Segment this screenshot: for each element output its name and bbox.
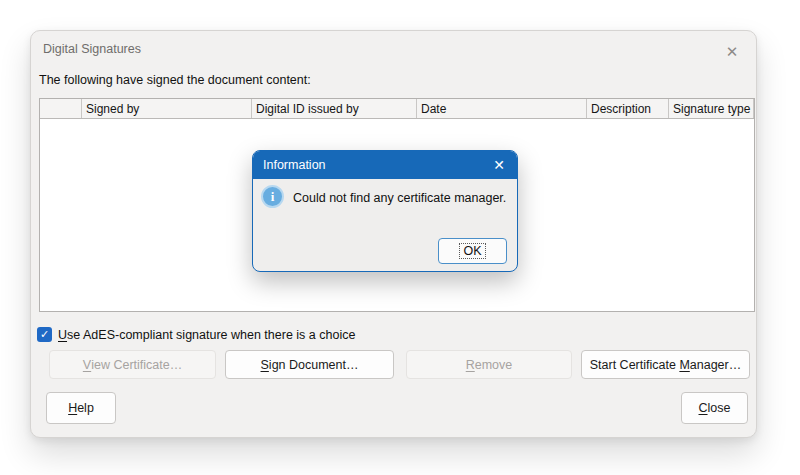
label-post: lose <box>708 401 731 415</box>
column-header[interactable]: Digital ID issued by <box>252 99 417 118</box>
sign-document-button[interactable]: Sign Document… <box>225 350 394 379</box>
label-mnemonic: U <box>58 328 67 342</box>
label-mnemonic: R <box>466 358 475 372</box>
close-button[interactable]: Close <box>681 392 748 424</box>
label-post: elp <box>77 401 94 415</box>
start-certificate-manager-button[interactable]: Start Certificate Manager… <box>581 350 750 379</box>
label-post: anager… <box>690 358 741 372</box>
view-certificate-button[interactable]: View Certificate… <box>49 350 216 379</box>
label-mnemonic: V <box>83 358 91 372</box>
column-header[interactable]: Date <box>417 99 587 118</box>
remove-button[interactable]: Remove <box>406 350 572 379</box>
dialog-title: Digital Signatures <box>43 42 141 56</box>
label-post: emove <box>475 358 513 372</box>
ok-button[interactable]: OK <box>438 238 507 264</box>
label-mnemonic: M <box>679 358 689 372</box>
column-header[interactable]: Signature type <box>669 99 754 118</box>
ades-checkbox-row[interactable]: ✓ Use AdES-compliant signature when ther… <box>37 326 355 343</box>
info-icon: i <box>261 185 284 208</box>
close-icon[interactable]: ✕ <box>720 39 744 63</box>
label-post: se AdES-compliant signature when there i… <box>67 328 355 342</box>
label-mnemonic: C <box>699 401 708 415</box>
label-post: iew Certificate… <box>91 358 182 372</box>
ades-checkbox[interactable]: ✓ <box>37 327 52 342</box>
message-box-title: Information <box>263 158 326 172</box>
label-pre: Start Certificate <box>590 358 680 372</box>
message-box-titlebar: Information ✕ <box>253 151 517 179</box>
table-header: Signed byDigital ID issued byDateDescrip… <box>40 99 754 119</box>
label-post: ign Document… <box>269 358 359 372</box>
label-mnemonic: S <box>261 358 269 372</box>
ok-button-label: OK <box>459 243 485 259</box>
close-icon[interactable]: ✕ <box>487 151 511 179</box>
ades-checkbox-label: Use AdES-compliant signature when there … <box>58 328 355 342</box>
column-header[interactable]: Signed by <box>82 99 252 118</box>
help-button[interactable]: Help <box>46 392 116 424</box>
message-text: Could not find any certificate manager. <box>293 191 506 205</box>
column-header[interactable]: Description <box>587 99 669 118</box>
column-header[interactable] <box>40 99 82 118</box>
label-mnemonic: H <box>68 401 77 415</box>
instruction-label: The following have signed the document c… <box>39 73 311 87</box>
information-message-box: Information ✕ i Could not find any certi… <box>252 150 518 272</box>
